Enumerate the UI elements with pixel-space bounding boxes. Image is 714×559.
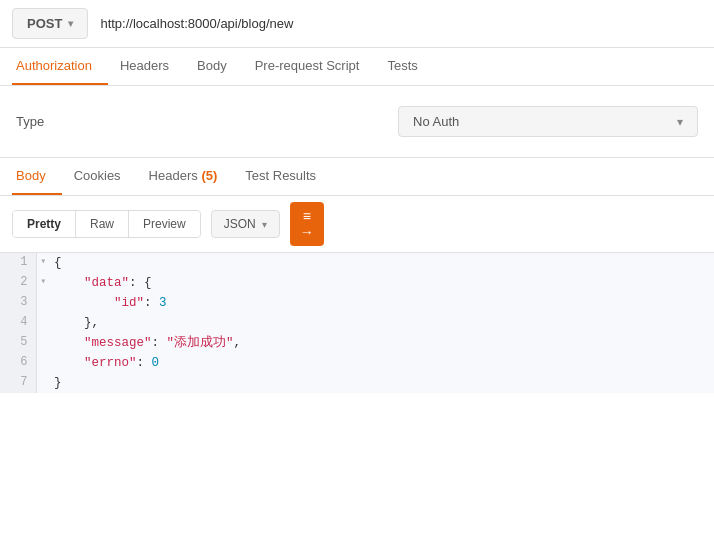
line-arrow xyxy=(36,333,50,353)
tab-headers[interactable]: Headers xyxy=(116,48,185,85)
line-number: 1 xyxy=(0,253,36,273)
method-chevron-icon: ▾ xyxy=(68,18,73,29)
tab-body[interactable]: Body xyxy=(193,48,243,85)
pretty-button[interactable]: Pretty xyxy=(13,211,76,237)
preview-button[interactable]: Preview xyxy=(129,211,200,237)
line-number: 7 xyxy=(0,373,36,393)
line-code: "message": "添加成功", xyxy=(50,333,714,353)
request-tabs: Authorization Headers Body Pre-request S… xyxy=(0,48,714,86)
wrap-button[interactable]: ≡→ xyxy=(290,202,324,246)
line-number: 6 xyxy=(0,353,36,373)
code-area[interactable]: 1 ▾ { 2 ▾ "data": { 3 "id": 3 4 }, 5 "me… xyxy=(0,253,714,393)
url-input[interactable] xyxy=(88,9,702,38)
line-code: { xyxy=(50,253,714,273)
headers-badge: (5) xyxy=(201,168,217,183)
line-code: }, xyxy=(50,313,714,333)
line-code: "id": 3 xyxy=(50,293,714,313)
auth-type-chevron-icon: ▾ xyxy=(677,115,683,129)
table-row: 1 ▾ { xyxy=(0,253,714,273)
json-format-select[interactable]: JSON ▾ xyxy=(211,210,280,238)
line-arrow xyxy=(36,353,50,373)
line-number: 5 xyxy=(0,333,36,353)
method-button[interactable]: POST ▾ xyxy=(12,8,88,39)
line-code: "data": { xyxy=(50,273,714,293)
code-table: 1 ▾ { 2 ▾ "data": { 3 "id": 3 4 }, 5 "me… xyxy=(0,253,714,393)
line-arrow xyxy=(36,373,50,393)
auth-section: Type No Auth ▾ xyxy=(0,86,714,158)
line-code: "errno": 0 xyxy=(50,353,714,373)
line-number: 3 xyxy=(0,293,36,313)
table-row: 6 "errno": 0 xyxy=(0,353,714,373)
raw-button[interactable]: Raw xyxy=(76,211,129,237)
tab-response-headers[interactable]: Headers (5) xyxy=(145,158,234,195)
auth-type-select[interactable]: No Auth ▾ xyxy=(398,106,698,137)
response-toolbar: Pretty Raw Preview JSON ▾ ≡→ xyxy=(0,196,714,253)
url-bar: POST ▾ xyxy=(0,0,714,48)
json-chevron-icon: ▾ xyxy=(262,219,267,230)
table-row: 5 "message": "添加成功", xyxy=(0,333,714,353)
table-row: 3 "id": 3 xyxy=(0,293,714,313)
line-arrow xyxy=(36,293,50,313)
auth-type-value: No Auth xyxy=(413,114,459,129)
table-row: 4 }, xyxy=(0,313,714,333)
tab-test-results[interactable]: Test Results xyxy=(241,158,332,195)
auth-type-label: Type xyxy=(16,114,56,129)
line-arrow: ▾ xyxy=(36,273,50,293)
table-row: 2 ▾ "data": { xyxy=(0,273,714,293)
wrap-icon: ≡→ xyxy=(300,208,314,240)
tab-authorization[interactable]: Authorization xyxy=(12,48,108,85)
line-arrow: ▾ xyxy=(36,253,50,273)
tab-tests[interactable]: Tests xyxy=(383,48,433,85)
tab-pre-request-script[interactable]: Pre-request Script xyxy=(251,48,376,85)
method-label: POST xyxy=(27,16,62,31)
line-arrow xyxy=(36,313,50,333)
format-group: Pretty Raw Preview xyxy=(12,210,201,238)
line-number: 2 xyxy=(0,273,36,293)
tab-cookies[interactable]: Cookies xyxy=(70,158,137,195)
response-tabs: Body Cookies Headers (5) Test Results xyxy=(0,158,714,196)
table-row: 7 } xyxy=(0,373,714,393)
line-code: } xyxy=(50,373,714,393)
tab-response-body[interactable]: Body xyxy=(12,158,62,195)
line-number: 4 xyxy=(0,313,36,333)
json-format-label: JSON xyxy=(224,217,256,231)
